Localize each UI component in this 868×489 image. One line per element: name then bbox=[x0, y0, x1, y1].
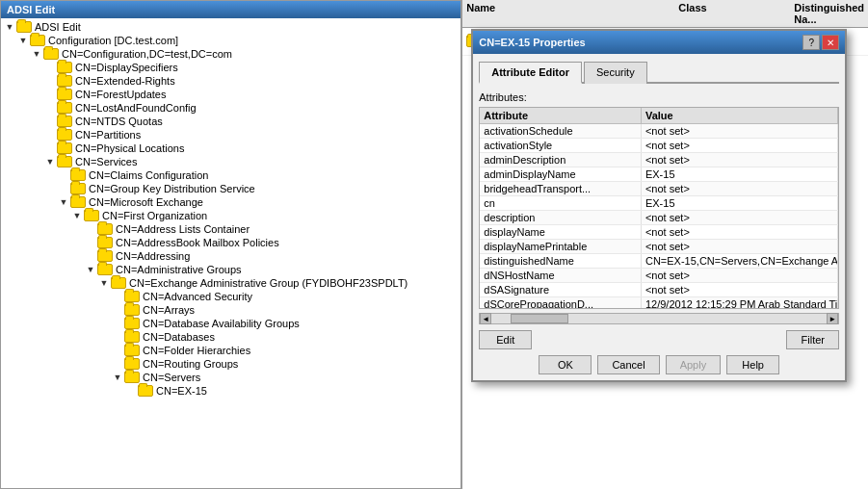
value-cell: EX-15 bbox=[641, 196, 837, 211]
table-row[interactable]: adminDisplayNameEX-15 bbox=[480, 167, 838, 182]
folder-icon bbox=[57, 129, 72, 141]
ok-button[interactable]: OK bbox=[539, 355, 592, 374]
table-row[interactable]: description<not set> bbox=[480, 211, 838, 225]
folder-icon bbox=[124, 358, 140, 370]
dialog-title-bar: CN=EX-15 Properties ? ✕ bbox=[473, 31, 845, 54]
value-cell: <not set> bbox=[641, 283, 837, 297]
tree-label: CN=Extended-Rights bbox=[75, 75, 175, 87]
tree-item-adv-security[interactable]: CN=Advanced Security bbox=[3, 290, 459, 303]
tree-item-services[interactable]: ▼CN=Services bbox=[3, 155, 459, 168]
tree-item-forest-updates[interactable]: CN=ForestUpdates bbox=[3, 88, 459, 101]
tree-toggle[interactable]: ▼ bbox=[97, 278, 111, 288]
table-row[interactable]: adminDescription<not set> bbox=[480, 153, 838, 167]
value-cell: 12/9/2012 12:15:29 PM Arab Standard Time bbox=[641, 297, 837, 310]
tree-toggle[interactable]: ▼ bbox=[111, 373, 124, 382]
tab-attribute-editor[interactable]: Attribute Editor bbox=[479, 62, 582, 84]
tree-label: CN=NTDS Quotas bbox=[75, 116, 163, 127]
header-name: Name bbox=[466, 2, 678, 25]
horizontal-scrollbar[interactable]: ◄ ► bbox=[479, 313, 839, 324]
tree-label: CN=DisplaySpecifiers bbox=[75, 62, 178, 73]
table-row[interactable]: displayNamePrintable<not set> bbox=[480, 240, 838, 254]
folder-icon bbox=[124, 372, 140, 383]
tree-toggle[interactable]: ▼ bbox=[70, 211, 84, 220]
tree-item-databases[interactable]: CN=Databases bbox=[3, 330, 459, 344]
scroll-right-arrow[interactable]: ► bbox=[827, 313, 838, 324]
value-cell: <not set> bbox=[641, 211, 837, 225]
folder-icon bbox=[124, 345, 140, 356]
table-row[interactable]: activationStyle<not set> bbox=[480, 139, 838, 153]
tree-item-arrays[interactable]: CN=Arrays bbox=[3, 303, 459, 317]
tree-item-addr-book[interactable]: CN=AddressBook Mailbox Policies bbox=[3, 236, 459, 249]
value-cell: <not set> bbox=[641, 182, 837, 196]
table-row[interactable]: activationSchedule<not set> bbox=[480, 124, 838, 139]
tree-item-exchange-admin[interactable]: ▼CN=Exchange Administrative Group (FYDIB… bbox=[3, 276, 459, 290]
tree-toggle[interactable]: ▼ bbox=[30, 49, 43, 59]
folder-icon bbox=[30, 35, 45, 46]
tree-toggle[interactable]: ▼ bbox=[16, 36, 30, 45]
tree-item-dag[interactable]: CN=Database Availability Groups bbox=[3, 317, 459, 330]
folder-icon bbox=[84, 210, 99, 221]
tree-item-display-spec[interactable]: CN=DisplaySpecifiers bbox=[3, 61, 459, 74]
tree-item-addr-lists[interactable]: CN=Address Lists Container bbox=[3, 222, 459, 236]
table-row[interactable]: bridgeheadTransport...<not set> bbox=[480, 182, 838, 196]
attributes-label: Attributes: bbox=[479, 91, 839, 103]
tree-toggle[interactable]: ▼ bbox=[43, 157, 57, 167]
folder-icon bbox=[57, 75, 72, 87]
table-row[interactable]: dSASignature<not set> bbox=[480, 283, 838, 297]
tab-security[interactable]: Security bbox=[584, 62, 647, 84]
table-row[interactable]: dSCorePropagationD...12/9/2012 12:15:29 … bbox=[480, 297, 838, 310]
tree-item-servers[interactable]: ▼CN=Servers bbox=[3, 371, 459, 384]
tree-item-root[interactable]: ▼ADSI Edit bbox=[3, 20, 459, 34]
table-row[interactable]: distinguishedNameCN=EX-15,CN=Servers,CN=… bbox=[480, 254, 838, 269]
folder-icon bbox=[124, 318, 140, 329]
tree-item-physical-loc[interactable]: CN=Physical Locations bbox=[3, 142, 459, 155]
edit-button[interactable]: Edit bbox=[479, 330, 532, 349]
tree-item-group-key[interactable]: CN=Group Key Distribution Service bbox=[3, 182, 459, 195]
tree-item-addressing[interactable]: CN=Addressing bbox=[3, 249, 459, 263]
scroll-thumb[interactable] bbox=[511, 314, 568, 323]
attributes-table-container[interactable]: Attribute Value activationSchedule<not s… bbox=[479, 107, 839, 309]
help-button[interactable]: Help bbox=[726, 355, 779, 374]
attr-cell: description bbox=[480, 211, 641, 225]
folder-icon bbox=[43, 48, 59, 60]
dialog-help-btn[interactable]: ? bbox=[802, 35, 820, 50]
tree-toggle[interactable]: ▼ bbox=[57, 197, 70, 207]
tree-item-ex15[interactable]: CN=EX-15 bbox=[3, 384, 459, 398]
tree-item-ext-rights[interactable]: CN=Extended-Rights bbox=[3, 74, 459, 88]
tree-container[interactable]: ▼ADSI Edit▼Configuration [DC.test.com]▼C… bbox=[1, 18, 460, 488]
tree-toggle[interactable]: ▼ bbox=[84, 265, 97, 274]
tree-item-ms-exchange[interactable]: ▼CN=Microsoft Exchange bbox=[3, 195, 459, 209]
cancel-button[interactable]: Cancel bbox=[597, 355, 659, 374]
header-value: Value bbox=[641, 108, 837, 124]
tree-toggle[interactable]: ▼ bbox=[3, 22, 16, 32]
scroll-track[interactable] bbox=[491, 314, 827, 323]
tree-label: CN=Database Availability Groups bbox=[143, 318, 300, 329]
folder-icon bbox=[57, 116, 72, 127]
tree-label: CN=EX-15 bbox=[156, 385, 207, 397]
tree-label: CN=ForestUpdates bbox=[75, 89, 166, 100]
tree-label: CN=Group Key Distribution Service bbox=[89, 183, 255, 194]
filter-button[interactable]: Filter bbox=[786, 330, 839, 349]
edit-filter-row: Edit Filter bbox=[479, 330, 839, 349]
apply-button[interactable]: Apply bbox=[666, 355, 722, 374]
dialog-close-btn[interactable]: ✕ bbox=[822, 35, 839, 50]
table-row[interactable]: displayName<not set> bbox=[480, 225, 838, 240]
right-panel: Name Class Distinguished Na... CN=EX-15 … bbox=[461, 0, 868, 489]
tree-item-first-org[interactable]: ▼CN=First Organization bbox=[3, 209, 459, 222]
tree-item-config-dn[interactable]: ▼CN=Configuration,DC=test,DC=com bbox=[3, 47, 459, 61]
dialog-title: CN=EX-15 Properties bbox=[479, 37, 585, 48]
tree-item-config-root[interactable]: ▼Configuration [DC.test.com] bbox=[3, 34, 459, 47]
tree-item-folder-hier[interactable]: CN=Folder Hierarchies bbox=[3, 344, 459, 357]
tree-item-lost-found[interactable]: CN=LostAndFoundConfig bbox=[3, 101, 459, 115]
table-row[interactable]: cnEX-15 bbox=[480, 196, 838, 211]
table-row[interactable]: dNSHostName<not set> bbox=[480, 269, 838, 283]
tree-label: CN=First Organization bbox=[102, 210, 207, 221]
tree-item-ntds-quotas[interactable]: CN=NTDS Quotas bbox=[3, 115, 459, 128]
tree-label: CN=AddressBook Mailbox Policies bbox=[116, 237, 279, 248]
tree-item-admin-groups[interactable]: ▼CN=Administrative Groups bbox=[3, 263, 459, 276]
tree-item-partitions[interactable]: CN=Partitions bbox=[3, 128, 459, 142]
scroll-left-arrow[interactable]: ◄ bbox=[480, 313, 491, 324]
tree-item-routing-groups[interactable]: CN=Routing Groups bbox=[3, 357, 459, 371]
tree-item-claims-config[interactable]: CN=Claims Configuration bbox=[3, 168, 459, 182]
value-cell: <not set> bbox=[641, 269, 837, 283]
